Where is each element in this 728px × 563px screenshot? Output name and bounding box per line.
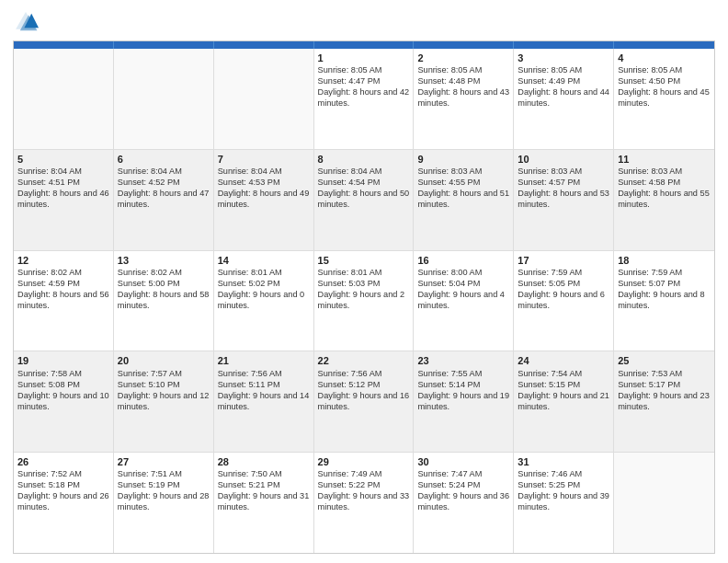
day-info: Sunrise: 7:51 AMSunset: 5:19 PMDaylight:… [118, 469, 210, 511]
cell-w1-d7: 4Sunrise: 8:05 AMSunset: 4:50 PMDaylight… [614, 49, 714, 149]
day-number: 17 [518, 254, 609, 267]
day-info: Sunrise: 8:01 AMSunset: 5:02 PMDaylight:… [218, 268, 305, 310]
day-number: 1 [318, 52, 410, 64]
calendar-body: 1Sunrise: 8:05 AMSunset: 4:47 PMDaylight… [14, 49, 714, 553]
day-info: Sunrise: 8:05 AMSunset: 4:47 PMDaylight:… [318, 65, 410, 108]
logo-icon [13, 9, 39, 35]
day-info: Sunrise: 8:02 AMSunset: 5:00 PMDaylight:… [118, 268, 210, 310]
cell-w1-d5: 2Sunrise: 8:05 AMSunset: 4:48 PMDaylight… [414, 49, 514, 149]
header-friday [514, 41, 614, 49]
cell-w4-d3: 21Sunrise: 7:56 AMSunset: 5:11 PMDayligh… [214, 351, 314, 452]
day-info: Sunrise: 8:04 AMSunset: 4:52 PMDaylight:… [118, 167, 210, 209]
cell-w1-d1 [14, 49, 114, 149]
day-info: Sunrise: 7:53 AMSunset: 5:17 PMDaylight:… [618, 369, 710, 411]
day-number: 18 [618, 254, 711, 267]
day-info: Sunrise: 8:05 AMSunset: 4:50 PMDaylight:… [618, 65, 710, 108]
cell-w5-d6: 31Sunrise: 7:46 AMSunset: 5:25 PMDayligh… [514, 453, 614, 553]
cell-w3-d4: 15Sunrise: 8:01 AMSunset: 5:03 PMDayligh… [314, 251, 415, 351]
cell-w5-d4: 29Sunrise: 7:49 AMSunset: 5:22 PMDayligh… [314, 453, 415, 553]
day-info: Sunrise: 8:04 AMSunset: 4:54 PMDaylight:… [318, 167, 410, 209]
day-info: Sunrise: 8:04 AMSunset: 4:51 PMDaylight:… [17, 167, 109, 209]
cell-w4-d4: 22Sunrise: 7:56 AMSunset: 5:12 PMDayligh… [314, 351, 415, 452]
day-number: 9 [417, 153, 509, 166]
header-saturday [614, 41, 714, 49]
cell-w4-d2: 20Sunrise: 7:57 AMSunset: 5:10 PMDayligh… [114, 351, 214, 452]
week-1: 1Sunrise: 8:05 AMSunset: 4:47 PMDaylight… [14, 49, 714, 150]
cell-w2-d1: 5Sunrise: 8:04 AMSunset: 4:51 PMDaylight… [14, 150, 114, 250]
day-info: Sunrise: 8:03 AMSunset: 4:58 PMDaylight:… [618, 167, 710, 209]
day-number: 25 [618, 354, 711, 367]
day-info: Sunrise: 7:58 AMSunset: 5:08 PMDaylight:… [17, 369, 109, 411]
day-info: Sunrise: 7:57 AMSunset: 5:10 PMDaylight:… [118, 369, 210, 411]
cell-w2-d7: 11Sunrise: 8:03 AMSunset: 4:58 PMDayligh… [614, 150, 714, 250]
calendar: 1Sunrise: 8:05 AMSunset: 4:47 PMDaylight… [13, 40, 715, 554]
cell-w2-d4: 8Sunrise: 8:04 AMSunset: 4:54 PMDaylight… [314, 150, 415, 250]
day-info: Sunrise: 7:55 AMSunset: 5:14 PMDaylight:… [417, 369, 509, 411]
cell-w4-d5: 23Sunrise: 7:55 AMSunset: 5:14 PMDayligh… [414, 351, 514, 452]
day-number: 11 [618, 153, 711, 166]
cell-w4-d1: 19Sunrise: 7:58 AMSunset: 5:08 PMDayligh… [14, 351, 114, 452]
day-info: Sunrise: 8:03 AMSunset: 4:57 PMDaylight:… [518, 167, 609, 209]
day-info: Sunrise: 7:49 AMSunset: 5:22 PMDaylight:… [318, 469, 410, 511]
cell-w1-d4: 1Sunrise: 8:05 AMSunset: 4:47 PMDaylight… [314, 49, 415, 149]
day-number: 14 [218, 254, 310, 267]
day-info: Sunrise: 8:02 AMSunset: 4:59 PMDaylight:… [17, 268, 109, 310]
day-info: Sunrise: 8:01 AMSunset: 5:03 PMDaylight:… [318, 268, 405, 310]
cell-w5-d3: 28Sunrise: 7:50 AMSunset: 5:21 PMDayligh… [214, 453, 314, 553]
day-number: 2 [417, 52, 509, 64]
week-4: 19Sunrise: 7:58 AMSunset: 5:08 PMDayligh… [14, 351, 714, 453]
day-number: 5 [17, 153, 109, 166]
day-info: Sunrise: 7:56 AMSunset: 5:12 PMDaylight:… [318, 369, 410, 411]
day-number: 19 [17, 354, 109, 367]
cell-w3-d1: 12Sunrise: 8:02 AMSunset: 4:59 PMDayligh… [14, 251, 114, 351]
day-number: 6 [118, 153, 210, 166]
day-info: Sunrise: 8:03 AMSunset: 4:55 PMDaylight:… [417, 167, 509, 209]
day-number: 21 [218, 354, 310, 367]
week-2: 5Sunrise: 8:04 AMSunset: 4:51 PMDaylight… [14, 150, 714, 251]
day-number: 26 [17, 455, 109, 468]
day-number: 22 [318, 354, 410, 367]
cell-w5-d7 [614, 453, 714, 553]
cell-w2-d2: 6Sunrise: 8:04 AMSunset: 4:52 PMDaylight… [114, 150, 214, 250]
cell-w3-d5: 16Sunrise: 8:00 AMSunset: 5:04 PMDayligh… [414, 251, 514, 351]
header-sunday [14, 41, 114, 49]
cell-w2-d5: 9Sunrise: 8:03 AMSunset: 4:55 PMDaylight… [414, 150, 514, 250]
day-number: 16 [417, 254, 509, 267]
cell-w3-d3: 14Sunrise: 8:01 AMSunset: 5:02 PMDayligh… [214, 251, 314, 351]
day-number: 10 [518, 153, 609, 166]
cell-w2-d6: 10Sunrise: 8:03 AMSunset: 4:57 PMDayligh… [514, 150, 614, 250]
day-number: 23 [417, 354, 509, 367]
cell-w5-d1: 26Sunrise: 7:52 AMSunset: 5:18 PMDayligh… [14, 453, 114, 553]
header [13, 9, 715, 35]
day-number: 30 [417, 455, 509, 468]
day-number: 15 [318, 254, 410, 267]
day-info: Sunrise: 7:50 AMSunset: 5:21 PMDaylight:… [218, 469, 310, 511]
day-number: 29 [318, 455, 410, 468]
header-thursday [414, 41, 514, 49]
day-number: 3 [518, 52, 609, 64]
week-5: 26Sunrise: 7:52 AMSunset: 5:18 PMDayligh… [14, 453, 714, 553]
cell-w3-d6: 17Sunrise: 7:59 AMSunset: 5:05 PMDayligh… [514, 251, 614, 351]
page: 1Sunrise: 8:05 AMSunset: 4:47 PMDaylight… [0, 0, 728, 563]
day-number: 24 [518, 354, 609, 367]
day-number: 20 [118, 354, 210, 367]
cell-w4-d6: 24Sunrise: 7:54 AMSunset: 5:15 PMDayligh… [514, 351, 614, 452]
day-number: 31 [518, 455, 609, 468]
day-info: Sunrise: 7:59 AMSunset: 5:05 PMDaylight:… [518, 268, 605, 310]
day-info: Sunrise: 8:04 AMSunset: 4:53 PMDaylight:… [218, 167, 310, 209]
day-info: Sunrise: 8:05 AMSunset: 4:49 PMDaylight:… [518, 65, 609, 108]
cell-w1-d3 [214, 49, 314, 149]
day-info: Sunrise: 8:05 AMSunset: 4:48 PMDaylight:… [417, 65, 509, 108]
day-info: Sunrise: 8:00 AMSunset: 5:04 PMDaylight:… [417, 268, 505, 310]
cell-w5-d2: 27Sunrise: 7:51 AMSunset: 5:19 PMDayligh… [114, 453, 214, 553]
day-number: 7 [218, 153, 310, 166]
day-number: 12 [17, 254, 109, 267]
header-tuesday [214, 41, 314, 49]
header-monday [114, 41, 214, 49]
cell-w4-d7: 25Sunrise: 7:53 AMSunset: 5:17 PMDayligh… [614, 351, 714, 452]
day-number: 28 [218, 455, 310, 468]
day-info: Sunrise: 7:59 AMSunset: 5:07 PMDaylight:… [618, 268, 705, 310]
cell-w1-d2 [114, 49, 214, 149]
header-wednesday [314, 41, 415, 49]
day-number: 4 [618, 52, 711, 64]
